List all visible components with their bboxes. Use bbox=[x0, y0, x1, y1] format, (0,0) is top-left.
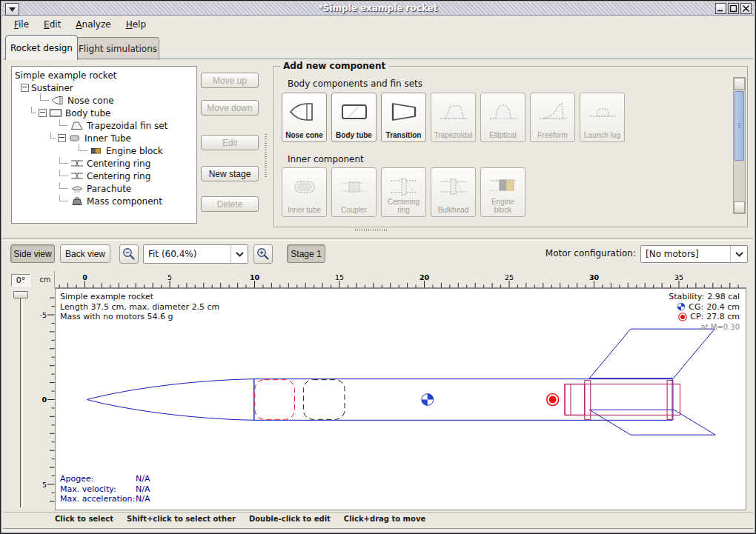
menu-analyze[interactable]: Analyze bbox=[72, 18, 114, 31]
component-tree[interactable]: Simple example rocket Sustainer Nose con… bbox=[11, 66, 197, 224]
horizontal-splitter-handle[interactable] bbox=[355, 229, 388, 231]
zoom-level-select[interactable]: Fit (60.4%) bbox=[143, 244, 248, 264]
vertical-splitter-handle[interactable] bbox=[265, 134, 267, 178]
rotation-slider-track[interactable] bbox=[20, 298, 23, 507]
tree-item-mass-component[interactable]: Mass component bbox=[12, 195, 196, 207]
svg-text:-5: -5 bbox=[40, 311, 47, 319]
edit-button: Edit bbox=[201, 135, 259, 150]
tree-item-fin-set[interactable]: Trapezoidal fin set bbox=[12, 119, 196, 132]
add-component-panel: Body components and fin sets Nose cone B… bbox=[273, 66, 748, 227]
tab-flight-simulations[interactable]: Flight simulations bbox=[76, 37, 159, 60]
add-body-tube-button[interactable]: Body tube bbox=[331, 93, 377, 142]
tree-item-sustainer[interactable]: Sustainer bbox=[12, 81, 196, 94]
scrollbar-thumb[interactable] bbox=[735, 91, 744, 161]
tree-item-body-tube[interactable]: Body tube bbox=[12, 107, 196, 119]
component-scrollbar[interactable] bbox=[733, 77, 746, 214]
new-stage-button[interactable]: New stage bbox=[201, 166, 259, 181]
motor-configuration-label: Motor configuration: bbox=[520, 248, 636, 258]
nose-cone-outline[interactable] bbox=[87, 379, 253, 421]
horizontal-ruler: 05101520253035 bbox=[55, 271, 746, 288]
window-title: *Simple example rocket bbox=[2, 2, 754, 15]
scroll-up-button[interactable] bbox=[734, 78, 745, 90]
svg-text:25: 25 bbox=[505, 273, 514, 281]
fin-upper-outline[interactable] bbox=[589, 329, 714, 378]
tab-divider bbox=[3, 59, 753, 59]
inner-tube-assembly[interactable] bbox=[565, 381, 680, 420]
title-bar[interactable]: *Simple example rocket bbox=[2, 2, 754, 16]
window-controls bbox=[715, 3, 752, 14]
bulkhead-icon bbox=[437, 174, 470, 199]
tree-connector bbox=[59, 157, 68, 164]
tree-collapse-icon[interactable] bbox=[58, 134, 66, 142]
trapezoidal-fin-icon bbox=[70, 121, 84, 130]
rocket-canvas[interactable]: Simple example rocket Length 37.5 cm, ma… bbox=[55, 288, 746, 510]
magnifier-plus-icon bbox=[256, 247, 271, 261]
stability-info: Stability: 2.98 cal CG: 20.4 cm CP: 27.8 bbox=[669, 292, 740, 332]
tree-connector bbox=[59, 170, 68, 176]
mass-component-outline[interactable] bbox=[303, 380, 345, 420]
add-centering-ring-button: Centering ring bbox=[381, 167, 426, 217]
tree-item-rocket[interactable]: Simple example rocket bbox=[12, 69, 196, 81]
tree-collapse-icon[interactable] bbox=[21, 84, 29, 92]
add-trapezoidal-fin-button: Trapezoidal bbox=[431, 93, 476, 142]
body-tube-icon bbox=[338, 99, 371, 124]
zoom-in-button[interactable] bbox=[253, 244, 273, 264]
ruler-unit-label: cm bbox=[36, 271, 55, 288]
svg-text:0: 0 bbox=[82, 273, 87, 281]
motor-configuration-select[interactable]: [No motors] bbox=[640, 245, 748, 263]
coupler-icon bbox=[338, 174, 371, 199]
maximize-button[interactable] bbox=[728, 3, 739, 14]
side-view-button[interactable]: Side view bbox=[10, 244, 55, 263]
tree-item-nose-cone[interactable]: Nose cone bbox=[12, 94, 196, 107]
max-acceleration-value: N/A bbox=[136, 494, 150, 504]
menu-help[interactable]: Help bbox=[122, 18, 150, 31]
tree-connector bbox=[40, 94, 49, 101]
scrollbar-track[interactable] bbox=[734, 162, 745, 201]
close-button[interactable] bbox=[740, 3, 752, 14]
tree-item-centering-ring-1[interactable]: Centering ring bbox=[12, 157, 196, 170]
tree-collapse-icon[interactable] bbox=[39, 109, 47, 117]
launch-lug-icon bbox=[586, 99, 619, 124]
add-component-title: Add new component bbox=[280, 61, 388, 71]
engine-block-outline[interactable] bbox=[565, 384, 585, 415]
max-velocity-value: N/A bbox=[136, 484, 150, 495]
rocket-info: Simple example rocket Length 37.5 cm, ma… bbox=[60, 292, 219, 322]
body-components-label: Body components and fin sets bbox=[288, 79, 422, 89]
add-nose-cone-button[interactable]: Nose cone bbox=[282, 93, 327, 142]
fin-lower-outline[interactable] bbox=[589, 410, 715, 435]
status-hints: Click to select Shift+click to select ot… bbox=[55, 515, 425, 523]
delete-button: Delete bbox=[201, 196, 259, 212]
tree-item-parachute[interactable]: Parachute bbox=[12, 182, 196, 195]
cg-marker bbox=[422, 394, 434, 406]
rotation-slider-thumb[interactable] bbox=[13, 291, 28, 298]
add-transition-button[interactable]: Transition bbox=[381, 93, 426, 142]
scroll-down-button[interactable] bbox=[734, 201, 745, 213]
rocket-diagram[interactable] bbox=[56, 289, 746, 510]
inner-tube-outline[interactable] bbox=[565, 384, 680, 415]
tree-item-engine-block[interactable]: Engine block bbox=[12, 144, 196, 157]
transition-icon bbox=[388, 99, 420, 124]
minimize-button[interactable] bbox=[715, 3, 726, 14]
add-engine-block-button: Engine block bbox=[480, 167, 525, 217]
tree-connector bbox=[31, 107, 36, 113]
system-menu-icon[interactable] bbox=[5, 3, 19, 16]
apogee-label: Apogee: bbox=[60, 474, 136, 484]
bottom-divider bbox=[3, 528, 753, 531]
centering-ring-outline-1[interactable] bbox=[585, 381, 591, 420]
menu-edit[interactable]: Edit bbox=[40, 18, 64, 31]
body-tube-outline[interactable] bbox=[254, 379, 672, 421]
back-view-button[interactable]: Back view bbox=[60, 244, 110, 263]
centering-ring-icon bbox=[70, 171, 84, 181]
tree-item-centering-ring-2[interactable]: Centering ring bbox=[12, 170, 196, 182]
freeform-fin-icon bbox=[537, 99, 569, 124]
menu-file[interactable]: File bbox=[10, 18, 33, 31]
chevron-down-icon bbox=[231, 245, 248, 263]
tab-rocket-design[interactable]: Rocket design bbox=[5, 35, 78, 60]
parachute-outline[interactable] bbox=[255, 380, 295, 420]
down-triangle-icon bbox=[8, 6, 16, 13]
stage-1-toggle[interactable]: Stage 1 bbox=[287, 244, 325, 263]
move-down-button: Move down bbox=[201, 100, 259, 116]
tree-item-inner-tube[interactable]: Inner Tube bbox=[12, 132, 196, 144]
zoom-out-button[interactable] bbox=[119, 244, 139, 264]
status-divider bbox=[3, 512, 753, 513]
